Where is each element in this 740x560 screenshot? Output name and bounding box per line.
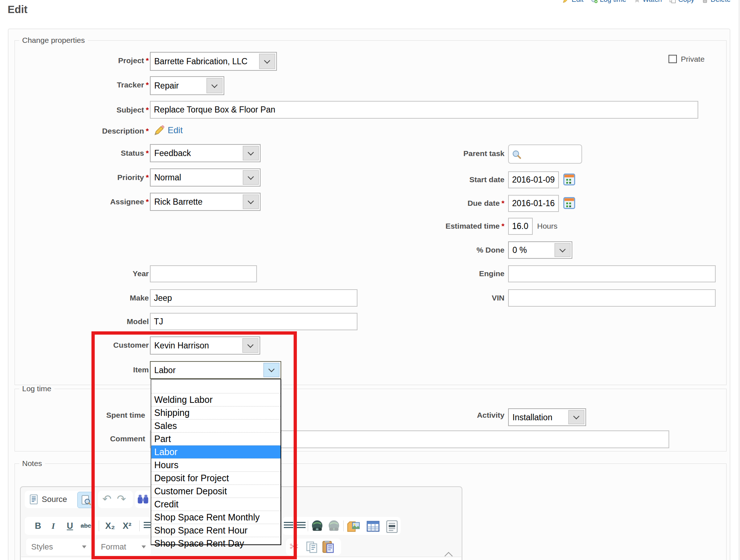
chevron-down-icon[interactable] xyxy=(207,78,222,93)
subject-label: Subject* xyxy=(15,106,149,114)
make-input[interactable] xyxy=(150,289,357,307)
tracker-label: Tracker* xyxy=(15,81,149,89)
project-select[interactable]: Barrette Fabrication, LLC xyxy=(150,52,277,71)
due-date-label: Due date* xyxy=(388,199,504,208)
parent-task-label: Parent task xyxy=(388,149,510,158)
log-time-action[interactable]: Log time xyxy=(591,0,626,4)
action-bar: Edit Log time Watch Copy Delete xyxy=(563,0,731,4)
engine-label: Engine xyxy=(388,269,510,278)
description-label: Description* xyxy=(15,127,149,135)
table-icon[interactable] xyxy=(367,520,380,533)
start-date-label: Start date xyxy=(388,175,510,184)
toolbar-divider xyxy=(308,520,308,531)
paste-icon[interactable] xyxy=(322,540,335,553)
parent-task-input[interactable] xyxy=(508,144,582,164)
percent-done-label: % Done xyxy=(388,246,510,254)
make-label: Make xyxy=(15,294,154,302)
chevron-down-icon xyxy=(82,545,86,548)
project-label: Project* xyxy=(15,56,149,65)
pencil-icon xyxy=(563,0,569,3)
sidebar-divider xyxy=(739,0,739,560)
calendar-icon[interactable] xyxy=(563,173,575,185)
star-icon xyxy=(634,0,641,3)
styles-combo[interactable]: Styles xyxy=(26,539,91,555)
edit-action[interactable]: Edit xyxy=(563,0,584,4)
tracker-select[interactable]: Repair xyxy=(150,76,224,95)
hours-suffix: Hours xyxy=(537,222,557,230)
subject-input[interactable] xyxy=(150,101,698,119)
assignee-select[interactable]: Rick Barrette xyxy=(150,193,261,211)
vin-label: VIN xyxy=(388,294,510,302)
priority-select[interactable]: Normal xyxy=(150,168,261,187)
copy-action[interactable]: Copy xyxy=(669,0,694,4)
chevron-down-icon[interactable] xyxy=(555,243,571,257)
toolbar-divider xyxy=(343,520,344,531)
estimated-time-label: Estimated time* xyxy=(388,222,504,230)
clock-plus-icon xyxy=(591,0,598,3)
delete-action[interactable]: Delete xyxy=(702,0,731,4)
trash-icon xyxy=(702,0,708,3)
chevron-down-icon[interactable] xyxy=(568,410,584,424)
activity-select[interactable]: Installation xyxy=(508,408,586,426)
log-time-legend: Log time xyxy=(19,384,54,393)
pencil-icon xyxy=(154,125,165,136)
notes-legend: Notes xyxy=(19,459,45,468)
copy-pages-icon xyxy=(669,0,676,3)
search-icon xyxy=(512,150,522,159)
estimated-time-input[interactable] xyxy=(508,218,533,235)
status-label: Status* xyxy=(15,149,149,158)
source-doc-icon xyxy=(29,494,38,504)
due-date-input[interactable] xyxy=(508,195,559,212)
chevron-down-icon[interactable] xyxy=(243,146,259,160)
image-icon[interactable] xyxy=(347,520,361,534)
model-input[interactable] xyxy=(150,313,357,330)
bold-icon[interactable]: B xyxy=(35,521,41,531)
copy-doc-icon[interactable] xyxy=(306,541,318,553)
activity-label: Activity xyxy=(388,411,510,420)
chevron-down-icon[interactable] xyxy=(259,54,275,69)
div-block-icon[interactable] xyxy=(385,520,398,533)
page-magnifier-icon xyxy=(81,495,91,505)
private-checkbox[interactable] xyxy=(669,55,677,63)
chevron-down-icon[interactable] xyxy=(243,195,259,209)
description-edit-link[interactable]: Edit xyxy=(154,125,183,136)
watch-action[interactable]: Watch xyxy=(634,0,662,4)
italic-icon[interactable]: I xyxy=(52,521,55,531)
start-date-input[interactable] xyxy=(508,171,559,188)
page-title: Edit xyxy=(8,4,28,16)
strikethrough-icon[interactable]: abc xyxy=(81,522,91,530)
vin-input[interactable] xyxy=(508,289,716,307)
assignee-label: Assignee* xyxy=(15,197,149,206)
year-input[interactable] xyxy=(150,265,257,282)
chevron-down-icon[interactable] xyxy=(243,170,259,185)
underline-icon[interactable]: U xyxy=(67,521,73,531)
link-icon[interactable] xyxy=(311,520,324,533)
change-properties-legend: Change properties xyxy=(19,36,88,45)
issue-edit-page: Edit Log time Watch Copy Delete Edit Cha… xyxy=(0,0,740,560)
priority-label: Priority* xyxy=(15,173,149,182)
source-button[interactable]: Source xyxy=(29,494,67,504)
private-label: Private xyxy=(681,55,704,64)
calendar-icon[interactable] xyxy=(563,197,575,209)
status-select[interactable]: Feedback xyxy=(150,144,261,162)
annotation-rectangle xyxy=(91,331,297,559)
unlink-icon[interactable] xyxy=(327,520,340,533)
engine-input[interactable] xyxy=(508,265,716,282)
year-label: Year xyxy=(15,269,154,278)
percent-done-select[interactable]: 0 % xyxy=(508,241,572,259)
model-label: Model xyxy=(15,317,154,326)
